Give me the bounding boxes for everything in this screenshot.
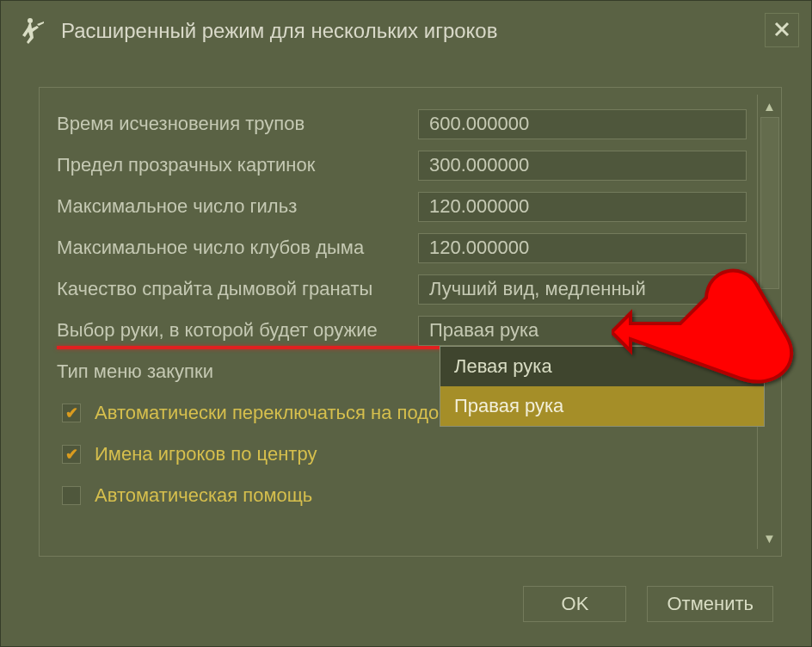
checkbox[interactable]	[62, 486, 81, 505]
option-label: Выбор руки, в которой будет оружие	[57, 319, 418, 342]
option-label: Максимальное число клубов дыма	[57, 237, 418, 259]
scroll-down-button[interactable]: ▼	[758, 527, 781, 549]
option-label: Максимальное число гильз	[57, 195, 418, 218]
checkbox[interactable]: ✔	[62, 445, 81, 464]
checkbox-row: Автоматическая помощь	[57, 478, 754, 513]
hand-select[interactable]: Правая рука ▼	[418, 316, 747, 346]
select-value: Лучший вид, медленный	[429, 278, 646, 300]
option-row: Качество спрайта дымовой гранаты Лучший …	[57, 268, 754, 310]
option-row: Максимальное число гильз 120.000000	[57, 186, 754, 227]
option-row: Время исчезновения трупов 600.000000	[57, 103, 754, 145]
option-input[interactable]: 120.000000	[418, 233, 747, 263]
options-list: Время исчезновения трупов 600.000000 Пре…	[40, 95, 757, 549]
option-input[interactable]: 300.000000	[418, 151, 747, 181]
titlebar: Расширенный режим для нескольких игроков	[1, 1, 811, 49]
checkbox[interactable]: ✔	[62, 404, 81, 422]
options-panel: Время исчезновения трупов 600.000000 Пре…	[39, 87, 782, 557]
dialog-title: Расширенный режим для нескольких игроков	[61, 19, 497, 43]
app-icon	[18, 16, 47, 46]
dropdown-option-left[interactable]: Левая рука	[440, 347, 764, 386]
svg-point-0	[28, 18, 33, 23]
chevron-down-icon: ▼	[725, 282, 737, 296]
option-label: Качество спрайта дымовой гранаты	[57, 278, 418, 300]
option-row: Максимальное число клубов дыма 120.00000…	[57, 227, 754, 268]
checkbox-label: Имена игроков по центру	[95, 443, 317, 465]
checkbox-row: ✔ Имена игроков по центру	[57, 437, 754, 471]
checkbox-label: Автоматическая помощь	[95, 484, 312, 507]
scroll-up-button[interactable]: ▲	[758, 95, 781, 117]
select-value: Правая рука	[429, 319, 538, 342]
close-icon	[774, 18, 790, 42]
ok-button[interactable]: OK	[523, 586, 626, 622]
option-input[interactable]: 120.000000	[418, 192, 747, 222]
chevron-down-icon: ▼	[725, 324, 737, 337]
dialog-window: Расширенный режим для нескольких игроков…	[0, 0, 812, 647]
cancel-button[interactable]: Отменить	[647, 586, 773, 622]
option-input[interactable]: 600.000000	[418, 109, 747, 139]
option-label: Время исчезновения трупов	[57, 113, 418, 135]
close-button[interactable]	[765, 13, 799, 47]
scrollbar: ▲ ▼	[757, 95, 781, 549]
hand-dropdown: Левая рука Правая рука	[440, 346, 765, 427]
option-label: Предел прозрачных картинок	[57, 154, 418, 176]
option-label: Тип меню закупки	[57, 360, 418, 383]
option-select[interactable]: Лучший вид, медленный ▼	[418, 274, 747, 305]
chevron-up-icon: ▲	[763, 99, 776, 114]
scroll-thumb[interactable]	[760, 117, 779, 289]
option-row: Предел прозрачных картинок 300.000000	[57, 145, 754, 186]
option-row-hand: Выбор руки, в которой будет оружие Права…	[57, 310, 754, 351]
chevron-down-icon: ▼	[763, 531, 776, 545]
dropdown-option-right[interactable]: Правая рука	[440, 386, 764, 426]
dialog-buttons: OK Отменить	[523, 586, 773, 622]
